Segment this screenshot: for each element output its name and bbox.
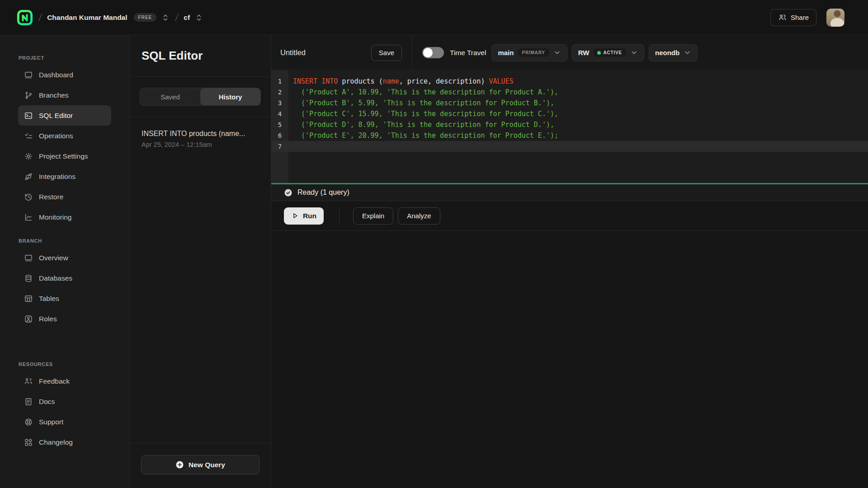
sidebar-item-project-settings[interactable]: Project Settings <box>18 146 111 166</box>
tab-saved[interactable]: Saved <box>140 88 200 105</box>
sidebar-item-label: Operations <box>39 132 73 140</box>
explain-button[interactable]: Explain <box>353 207 393 225</box>
sidebar-item-tables[interactable]: Tables <box>18 288 111 309</box>
editor-controls: Time Travel main PRIMARY RW ACTIVE <box>412 35 698 70</box>
editor-main: Untitled Save Time Travel main PRIMARY <box>271 35 868 488</box>
document-cluster: Untitled Save <box>271 35 412 70</box>
database-value: neondb <box>655 49 679 56</box>
code-text: INSERT INTO products (name, price, descr… <box>293 77 514 85</box>
code-line-2: 2 ('Product A', 10.99, 'This is the desc… <box>271 87 868 98</box>
org-switcher-chevron-updown-icon[interactable] <box>161 13 170 22</box>
chevron-down-icon <box>553 49 561 56</box>
run-button[interactable]: Run <box>284 207 324 225</box>
compute-status-badge: ACTIVE <box>593 48 626 57</box>
status-text: Ready (1 query) <box>297 188 349 197</box>
line-number: 3 <box>271 99 288 107</box>
compute-status-label: ACTIVE <box>603 50 622 55</box>
sidebar-item-overview[interactable]: Overview <box>18 248 111 268</box>
analyze-button[interactable]: Analyze <box>398 207 440 225</box>
sidebar-item-docs[interactable]: Docs <box>18 391 111 412</box>
sidebar-item-integrations[interactable]: Integrations <box>18 166 111 187</box>
sidebar-item-label: Changelog <box>39 438 73 446</box>
nav-section-label: PROJECT <box>19 55 129 61</box>
saved-history-tabs: Saved History <box>140 88 261 106</box>
neon-console: / Chandan Kumar Mandal FREE / cf Share <box>0 0 868 488</box>
sidebar-item-changelog[interactable]: Changelog <box>18 432 111 452</box>
branch-selector[interactable]: main PRIMARY <box>491 44 567 61</box>
line-number: 4 <box>271 110 288 117</box>
branches-icon <box>24 91 33 100</box>
sidebar: PROJECTDashboardBranchesSQL EditorOperat… <box>0 35 130 488</box>
check-circle-icon <box>284 188 292 197</box>
time-travel-toggle[interactable] <box>422 47 444 58</box>
top-bar: / Chandan Kumar Mandal FREE / cf Share <box>0 0 868 35</box>
new-query-button[interactable]: New Query <box>141 455 259 474</box>
actions-bar: Run Explain Analyze <box>271 201 868 231</box>
sidebar-item-label: Project Settings <box>39 152 88 160</box>
share-label: Share <box>791 14 809 21</box>
document-title: Untitled <box>271 48 306 57</box>
history-list: INSERT INTO products (name...Apr 25, 202… <box>130 117 271 443</box>
neon-logo-icon[interactable] <box>16 9 33 26</box>
table-icon <box>24 294 33 303</box>
sidebar-item-label: Docs <box>39 398 55 406</box>
sidebar-item-roles[interactable]: Roles <box>18 309 111 329</box>
project-name: cf <box>184 14 190 22</box>
sidebar-item-sql-editor[interactable]: SQL Editor <box>18 105 111 126</box>
chevron-down-icon <box>684 49 691 56</box>
gear-icon <box>24 152 33 161</box>
sidebar-item-support[interactable]: Support <box>18 412 111 432</box>
compute-selector[interactable]: RW ACTIVE <box>572 44 644 61</box>
user-avatar[interactable] <box>826 9 844 27</box>
restore-icon <box>24 192 33 202</box>
roles-icon <box>24 314 33 324</box>
nav-section-label: RESOURCES <box>19 361 129 367</box>
history-item-timestamp: Apr 25, 2024 – 12:15am <box>142 141 259 148</box>
sidebar-item-operations[interactable]: Operations <box>18 126 111 146</box>
overview-icon <box>24 253 33 263</box>
code-text: ('Product B', 5.99, 'This is the descrip… <box>293 99 554 107</box>
save-button[interactable]: Save <box>371 45 402 61</box>
history-item[interactable]: INSERT INTO products (name...Apr 25, 202… <box>130 117 271 148</box>
sidebar-item-databases[interactable]: Databases <box>18 268 111 288</box>
nav-section-project: PROJECTDashboardBranchesSQL EditorOperat… <box>0 55 129 227</box>
sidebar-item-label: Support <box>39 418 63 426</box>
line-number: 5 <box>271 121 288 128</box>
code-text: ('Product D', 8.99, 'This is the descrip… <box>293 121 554 129</box>
sidebar-item-branches[interactable]: Branches <box>18 85 111 105</box>
line-number: 7 <box>271 143 288 150</box>
sidebar-item-monitoring[interactable]: Monitoring <box>18 207 111 227</box>
time-travel-label: Time Travel <box>450 49 486 57</box>
sidebar-item-label: Monitoring <box>39 213 71 221</box>
sql-code-editor[interactable]: 1INSERT INTO products (name, price, desc… <box>271 70 868 183</box>
sidebar-item-restore[interactable]: Restore <box>18 187 111 207</box>
branch-value: main <box>498 49 514 56</box>
sql-editor-icon <box>24 111 33 120</box>
project-switcher-chevron-updown-icon[interactable] <box>194 13 203 22</box>
sidebar-item-dashboard[interactable]: Dashboard <box>18 65 111 85</box>
monitoring-icon <box>24 213 33 222</box>
panel-header: SQL Editor <box>130 35 271 77</box>
database-selector[interactable]: neondb <box>649 44 698 61</box>
actions-separator <box>339 209 340 223</box>
breadcrumb-slash: / <box>38 12 42 23</box>
tab-history[interactable]: History <box>200 88 260 105</box>
panel-tabs-row: Saved History <box>130 77 271 117</box>
code-line-7: 7 <box>271 141 868 152</box>
results-area <box>271 231 868 488</box>
share-button[interactable]: Share <box>770 9 816 26</box>
plan-badge: FREE <box>134 13 157 22</box>
nav-section-branch: BRANCHOverviewDatabasesTablesRoles <box>0 238 129 329</box>
sidebar-item-feedback[interactable]: Feedback <box>18 371 111 391</box>
topbar-right: Share <box>770 9 844 27</box>
integrations-icon <box>24 172 33 181</box>
operations-icon <box>24 131 33 141</box>
sidebar-item-label: Feedback <box>39 377 70 385</box>
code-line-1: 1INSERT INTO products (name, price, desc… <box>271 76 868 87</box>
run-label: Run <box>303 212 316 220</box>
breadcrumb-slash: / <box>175 12 179 23</box>
sidebar-item-label: Tables <box>39 295 59 303</box>
new-query-label: New Query <box>189 461 225 469</box>
nav-section-label: BRANCH <box>19 238 129 244</box>
chevron-down-icon <box>630 49 638 56</box>
